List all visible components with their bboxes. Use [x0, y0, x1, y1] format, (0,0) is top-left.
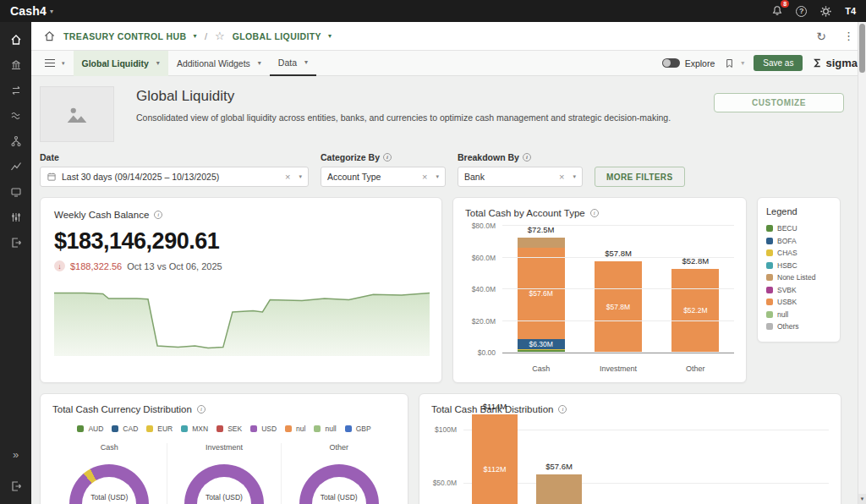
legend-swatch	[766, 225, 773, 232]
legend-label: null	[325, 425, 336, 433]
categorize-filter-group: Categorize By i Account Type × ▾	[321, 152, 446, 187]
settings-button[interactable]	[819, 5, 832, 18]
sidebar-item-transfers[interactable]	[0, 78, 31, 103]
legend-item: GBP	[345, 425, 371, 433]
sidebar-item-accounts[interactable]	[0, 52, 31, 78]
clear-date-icon[interactable]: ×	[285, 172, 290, 182]
notifications-button[interactable]: 8	[771, 5, 783, 17]
weekly-cash-balance-chart	[54, 282, 428, 359]
bar-segment-usbk: $57.6M	[518, 248, 565, 339]
legend-label: null	[777, 310, 788, 319]
bar-segment-usbk: $57.8M	[595, 261, 642, 353]
account-type-chart-card: Total Cash by Account Type i $0.00$20.0M…	[452, 197, 747, 383]
customize-button[interactable]: CUSTOMIZE	[714, 93, 844, 112]
segment-value-label: $52.2M	[683, 306, 707, 315]
info-icon[interactable]: i	[558, 405, 567, 414]
legend-item: nul	[285, 425, 305, 433]
legend-item: MXN	[181, 425, 208, 433]
clear-categorize-icon[interactable]: ×	[422, 172, 427, 182]
breakdown-filter-control[interactable]: Bank × ▾	[458, 167, 583, 187]
bookmark-button[interactable]: ▾	[724, 58, 744, 69]
explore-toggle[interactable]: Explore	[662, 58, 715, 68]
bank-icon	[9, 58, 23, 72]
sidebar-item-forecast[interactable]	[0, 154, 31, 179]
kebab-menu-icon[interactable]: ⋮	[843, 30, 854, 42]
sidebar-logout-button[interactable]	[0, 474, 31, 499]
waves-icon	[9, 109, 23, 123]
legend-label: MXN	[192, 425, 208, 433]
home-breadcrumb-icon[interactable]	[43, 30, 56, 42]
save-as-button[interactable]: Save as	[754, 55, 803, 71]
x-axis-category-label: Investment	[595, 364, 642, 373]
date-filter-value: Last 30 days (09/14/2025 – 10/13/2025)	[62, 172, 280, 182]
chevron-down-icon[interactable]: ▾	[299, 173, 302, 180]
chevron-down-icon: ▾	[304, 58, 308, 66]
pages-menu-icon[interactable]	[45, 59, 55, 68]
cards-row-1: Weekly Cash Balance i $183,146,290.61 ↓ …	[31, 197, 866, 383]
tab-data[interactable]: Data ▾	[270, 51, 316, 76]
legend-label: USD	[261, 425, 277, 433]
help-button[interactable]: ?	[796, 6, 807, 17]
info-icon[interactable]: i	[523, 153, 531, 162]
legend-swatch	[766, 238, 773, 244]
donut-group-label: Other	[329, 443, 348, 452]
sidebar-item-dashboard[interactable]	[0, 179, 31, 205]
user-avatar[interactable]: T4	[845, 6, 856, 16]
tab-additional-widgets[interactable]: Additional Widgets ▾	[168, 51, 270, 76]
info-icon[interactable]: i	[590, 209, 599, 217]
chevron-down-icon: ▾	[50, 8, 53, 15]
app-window: Cash4 ▾ 8 ? T4	[0, 0, 866, 504]
legend-title: Legend	[766, 206, 831, 216]
y-tick-label: $50.0M	[433, 479, 457, 487]
cards-row-2: Total Cash Currency Distribution i AUDCA…	[31, 393, 866, 504]
x-axis-category-label: Cash	[518, 364, 565, 373]
toggle-knob	[663, 59, 671, 67]
donut-center: Total (USD)$72.52	[82, 477, 136, 504]
scrollbar-thumb[interactable]	[859, 24, 865, 73]
legend-swatch	[766, 274, 773, 281]
kpi-delta-value: $188,322.56	[70, 261, 122, 271]
chevron-down-icon[interactable]: ▾	[62, 60, 65, 67]
date-filter-control[interactable]: Last 30 days (09/14/2025 – 10/13/2025) ×…	[40, 167, 309, 187]
donut-ring: Total (USD)$52.78	[299, 464, 379, 504]
legend-swatch	[146, 425, 153, 432]
chevron-down-icon[interactable]: ▾	[573, 173, 576, 180]
clear-breakdown-icon[interactable]: ×	[559, 172, 564, 182]
sidebar-item-cash-flows[interactable]	[0, 103, 31, 129]
currency-distribution-title: Total Cash Currency Distribution	[52, 404, 192, 414]
kpi-delta-context: Oct 13 vs Oct 06, 2025	[127, 261, 222, 271]
legend-swatch	[766, 311, 773, 318]
scroll-down-arrow[interactable]: ▼	[858, 494, 866, 504]
home-icon	[9, 33, 23, 47]
more-filters-button[interactable]: MORE FILTERS	[595, 167, 685, 187]
refresh-icon[interactable]: ↻	[816, 30, 826, 43]
legend-label: AUD	[88, 425, 103, 433]
tab-global-liquidity[interactable]: Global Liquidity ▾	[74, 51, 168, 76]
sidebar-item-routing[interactable]	[0, 129, 31, 154]
legend-list: BECUBOFACHASHSBCNone ListedSVBKUSBKnullO…	[766, 224, 831, 331]
stacked-bar: $57.8M$57.8M	[595, 226, 642, 353]
sidebar-expand-button[interactable]: »	[0, 441, 31, 467]
exit-box-icon	[9, 236, 23, 249]
app-menu[interactable]: Cash4	[10, 4, 47, 18]
stacked-bar: $52.2M$52.8M	[671, 226, 719, 353]
breadcrumb-workbook-label: TREASURY CONTROL HUB	[63, 31, 186, 41]
info-icon[interactable]: i	[197, 405, 206, 414]
sidebar-item-analysis[interactable]	[0, 205, 31, 230]
sidebar-item-home[interactable]	[0, 27, 31, 52]
favorite-star-icon[interactable]: ☆	[215, 30, 225, 42]
chevron-down-icon: ▾	[258, 59, 261, 67]
legend-item: USD	[250, 425, 277, 433]
info-icon[interactable]: i	[383, 153, 392, 162]
vertical-scrollbar[interactable]: ▼	[858, 22, 866, 504]
legend-card: Legend BECUBOFACHASHSBCNone ListedSVBKUS…	[757, 197, 841, 342]
sidebar-item-export[interactable]	[0, 230, 31, 255]
image-placeholder-icon	[63, 100, 91, 129]
bar-segment-chas	[518, 349, 565, 351]
info-icon[interactable]: i	[154, 211, 162, 219]
chevron-down-icon[interactable]: ▾	[436, 173, 439, 180]
bar-total-label: $72.5M	[518, 225, 565, 234]
categorize-filter-control[interactable]: Account Type × ▾	[321, 167, 446, 187]
breadcrumb-page-link[interactable]: GLOBAL LIQUIDITY ▾	[233, 31, 332, 41]
breadcrumb-workbook-link[interactable]: TREASURY CONTROL HUB ▾	[63, 31, 197, 41]
